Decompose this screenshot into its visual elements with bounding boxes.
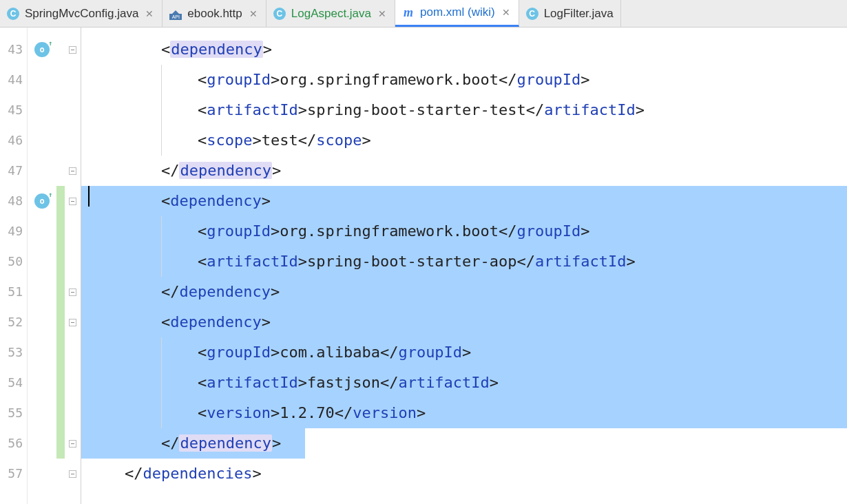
code-line[interactable]: <artifactId>fastjson</artifactId> [81, 368, 847, 398]
tab-label: LogAspect.java [291, 7, 371, 21]
vcs-added-marker[interactable] [56, 277, 65, 307]
editor-area: 43 44 45 46 47 48 49 50 51 52 53 54 55 5… [0, 28, 847, 504]
fold-toggle-icon[interactable] [69, 198, 76, 205]
text-caret [88, 186, 90, 207]
close-icon[interactable]: ✕ [144, 8, 155, 19]
code-line[interactable]: <groupId>org.springframework.boot</group… [81, 65, 847, 95]
api-icon: API [169, 8, 182, 20]
line-number: 49 [0, 216, 27, 246]
editor-tab-bar: C SpringMvcConfig.java ✕ API ebook.http … [0, 0, 847, 28]
code-line[interactable]: </dependency> [81, 428, 847, 459]
code-line[interactable]: <dependency> [81, 307, 847, 337]
vcs-added-marker[interactable] [56, 337, 65, 368]
fold-gutter [65, 28, 81, 504]
vcs-added-marker[interactable] [56, 428, 65, 459]
spring-bean-icon[interactable]: o↑ [34, 193, 50, 209]
vcs-added-marker[interactable] [56, 216, 65, 246]
code-line[interactable]: </dependency> [81, 277, 847, 307]
tab-label: pom.xml (wiki) [420, 6, 495, 19]
line-number: 56 [0, 428, 27, 459]
vcs-added-marker[interactable] [56, 398, 65, 428]
tab-label: ebook.http [187, 7, 242, 21]
line-number: 48 [0, 186, 27, 216]
line-number: 57 [0, 459, 27, 489]
line-number: 55 [0, 398, 27, 428]
icon-gutter: o↑ o↑ [28, 28, 56, 504]
vcs-added-marker[interactable] [56, 246, 65, 277]
tab-logfilter[interactable]: C LogFilter.java [519, 0, 621, 27]
tab-label: SpringMvcConfig.java [25, 7, 138, 21]
code-line[interactable]: <dependency> [81, 34, 847, 65]
class-icon: C [526, 8, 538, 20]
line-number: 50 [0, 246, 27, 277]
line-number: 47 [0, 156, 27, 186]
code-line[interactable]: <artifactId>spring-boot-starter-aop</art… [81, 246, 847, 277]
line-number: 46 [0, 125, 27, 156]
fold-toggle-icon[interactable] [69, 46, 76, 54]
code-line[interactable]: <version>1.2.70</version> [81, 398, 847, 428]
vcs-gutter [56, 28, 65, 504]
close-icon[interactable]: ✕ [377, 8, 388, 19]
fold-toggle-icon[interactable] [69, 319, 76, 326]
fold-toggle-icon[interactable] [69, 440, 76, 448]
line-number-gutter: 43 44 45 46 47 48 49 50 51 52 53 54 55 5… [0, 28, 28, 504]
code-line[interactable]: <dependency> [81, 186, 847, 216]
tab-springmvcconfig[interactable]: C SpringMvcConfig.java ✕ [0, 0, 163, 27]
vcs-added-marker[interactable] [56, 186, 65, 216]
tab-label: LogFilter.java [544, 7, 614, 21]
close-icon[interactable]: ✕ [248, 8, 259, 19]
vcs-added-marker[interactable] [56, 368, 65, 398]
code-line[interactable]: <groupId>org.springframework.boot</group… [81, 216, 847, 246]
class-icon: C [7, 8, 19, 20]
fold-toggle-icon[interactable] [69, 167, 76, 175]
line-number: 54 [0, 368, 27, 398]
fold-toggle-icon[interactable] [69, 470, 76, 478]
line-number: 43 [0, 34, 27, 65]
code-line[interactable]: </dependencies> [81, 459, 847, 489]
tab-pom-xml[interactable]: m pom.xml (wiki) ✕ [395, 0, 519, 27]
spring-bean-icon[interactable]: o↑ [34, 42, 50, 57]
line-number: 53 [0, 337, 27, 368]
vcs-added-marker[interactable] [56, 307, 65, 337]
fold-toggle-icon[interactable] [69, 288, 76, 296]
line-number: 52 [0, 307, 27, 337]
code-line[interactable]: <groupId>com.alibaba</groupId> [81, 337, 847, 368]
code-line[interactable]: <artifactId>spring-boot-starter-test</ar… [81, 95, 847, 125]
code-line[interactable]: </dependency> [81, 156, 847, 186]
code-line[interactable]: <scope>test</scope> [81, 125, 847, 156]
maven-icon: m [402, 6, 415, 19]
tab-ebook-http[interactable]: API ebook.http ✕ [163, 0, 266, 27]
line-number: 51 [0, 277, 27, 307]
line-number: 44 [0, 65, 27, 95]
line-number: 45 [0, 95, 27, 125]
code-area[interactable]: <dependency> <groupId>org.springframewor… [81, 28, 847, 504]
class-icon: C [273, 8, 286, 20]
tab-logaspect[interactable]: C LogAspect.java ✕ [266, 0, 395, 27]
close-icon[interactable]: ✕ [501, 7, 512, 18]
